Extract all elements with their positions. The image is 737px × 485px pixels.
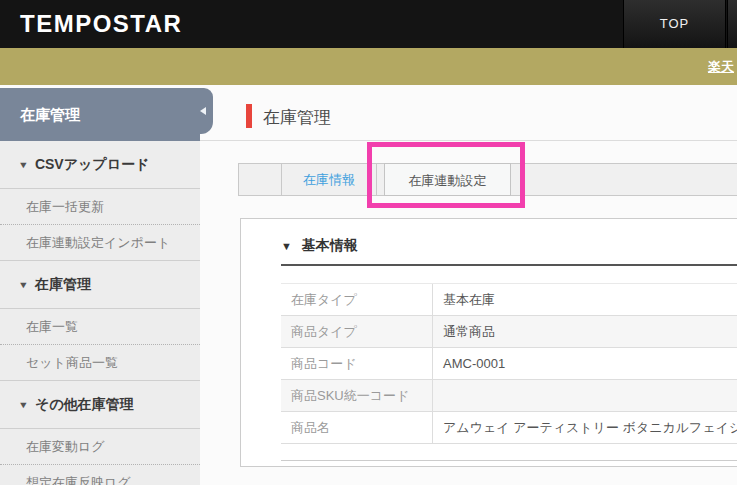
row-value: 基本在庫 xyxy=(433,291,737,309)
sidebar-section-other-stock[interactable]: ▼ その他在庫管理 xyxy=(0,381,200,429)
row-value: 通常商品 xyxy=(433,323,737,341)
table-row: 商品名 アムウェイ アーティストリー ボタニカルフェイシャルオイル xyxy=(281,412,737,444)
nav-next-button[interactable] xyxy=(727,0,737,48)
sidebar-section-csv-upload[interactable]: ▼ CSVアップロード xyxy=(0,141,200,189)
page-title: 在庫管理 xyxy=(263,106,331,129)
sidebar-item-set-product-list[interactable]: セット商品一覧 xyxy=(0,345,200,381)
table-row: 商品コード AMC-0001 xyxy=(281,348,737,380)
top-navbar: TEMPOSTAR TOP xyxy=(0,0,737,48)
sidebar-item-stock-list[interactable]: 在庫一覧 xyxy=(0,309,200,345)
table-row: 商品SKU統一コード xyxy=(281,380,737,412)
sidebar-collapse-tab[interactable] xyxy=(194,88,213,134)
sidebar-item-expected-stock-log[interactable]: 想定在庫反映ログ xyxy=(0,465,200,485)
sidebar-section-stock-management[interactable]: ▼ 在庫管理 xyxy=(0,261,200,309)
tempostar-logo: TEMPOSTAR xyxy=(20,0,182,48)
sidebar-item-stock-change-log[interactable]: 在庫変動ログ xyxy=(0,429,200,465)
row-label: 商品SKU統一コード xyxy=(281,380,433,412)
row-label: 商品コード xyxy=(281,348,433,380)
tab-stock-link-settings[interactable]: 在庫連動設定 xyxy=(384,163,511,196)
basic-info-panel: ▼ 基本情報 在庫タイプ 基本在庫 商品タイプ 通常商品 商品コード AMC-0… xyxy=(240,218,737,467)
sidebar-item-stock-link-import[interactable]: 在庫連動設定インポート xyxy=(0,225,200,261)
title-divider xyxy=(200,140,737,141)
rakuten-link[interactable]: 楽天 xyxy=(708,58,734,76)
sidebar-section-label: CSVアップロード xyxy=(35,156,149,174)
nav-top-button[interactable]: TOP xyxy=(623,0,726,48)
row-value: AMC-0001 xyxy=(433,356,737,371)
row-label: 在庫タイプ xyxy=(281,284,433,316)
table-row: 在庫タイプ 基本在庫 xyxy=(281,284,737,316)
section-down-triangle-icon: ▼ xyxy=(281,240,292,252)
gold-subheader-bar: 楽天 xyxy=(0,48,737,85)
app-window: TEMPOSTAR TOP 楽天 在庫管理 ▼ CSVアップロード 在庫一括更新… xyxy=(0,0,737,485)
section-triangle-icon: ▼ xyxy=(18,280,29,290)
sidebar-menu: ▼ CSVアップロード 在庫一括更新 在庫連動設定インポート ▼ 在庫管理 在庫… xyxy=(0,141,200,485)
basic-info-table: 在庫タイプ 基本在庫 商品タイプ 通常商品 商品コード AMC-0001 商品S… xyxy=(281,283,737,444)
table-row: 商品タイプ 通常商品 xyxy=(281,316,737,348)
sidebar-section-label: 在庫管理 xyxy=(35,276,91,294)
tab-strip: 在庫情報 在庫連動設定 xyxy=(238,163,737,196)
page-title-accent-bar xyxy=(246,104,252,128)
tab-spacer-cell xyxy=(239,164,282,195)
collapse-left-arrow-icon xyxy=(200,107,206,115)
sidebar-section-label: その他在庫管理 xyxy=(35,396,134,414)
section-triangle-icon: ▼ xyxy=(18,160,29,170)
section-triangle-icon: ▼ xyxy=(18,400,29,410)
panel-footer-divider xyxy=(281,460,737,461)
row-label: 商品名 xyxy=(281,412,433,444)
sidebar-item-stock-bulk-update[interactable]: 在庫一括更新 xyxy=(0,189,200,225)
sidebar-title[interactable]: 在庫管理 xyxy=(0,88,200,141)
basic-info-section-header[interactable]: ▼ 基本情報 xyxy=(281,237,737,266)
basic-info-title: 基本情報 xyxy=(302,237,358,253)
tab-stock-info[interactable]: 在庫情報 xyxy=(282,164,377,195)
row-label: 商品タイプ xyxy=(281,316,433,348)
row-value: アムウェイ アーティストリー ボタニカルフェイシャルオイル xyxy=(433,419,737,437)
